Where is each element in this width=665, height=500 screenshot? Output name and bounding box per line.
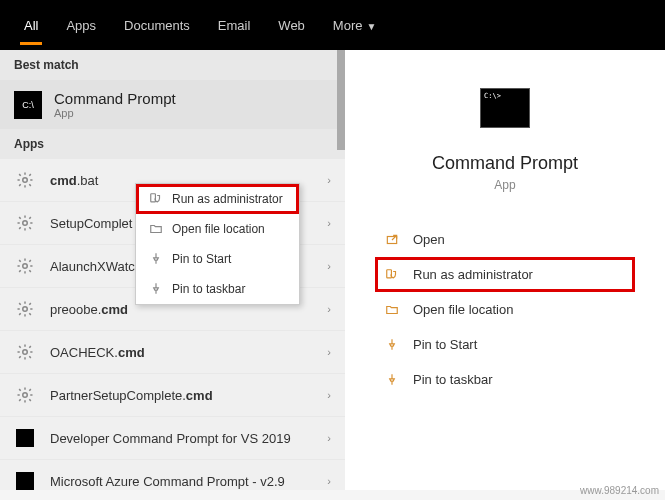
preview-app-icon [480,88,530,128]
tab-documents[interactable]: Documents [110,6,204,45]
action-label: Pin to taskbar [413,372,493,387]
pin-icon [379,373,405,387]
command-prompt-icon [14,470,36,490]
scrollbar[interactable] [337,50,345,150]
best-match-result[interactable]: C:\ Command Prompt App [0,80,345,129]
context-menu-item[interactable]: Run as administrator [136,184,299,214]
action-label: Run as administrator [413,267,533,282]
svg-point-5 [23,393,28,398]
svg-point-1 [23,221,28,226]
app-result-label: OACHECK.cmd [50,345,145,360]
best-match-subtitle: App [54,107,176,119]
pin-icon [146,282,166,296]
svg-rect-6 [151,194,156,202]
app-result-label: preoobe.cmd [50,302,128,317]
app-result-label: cmd.bat [50,173,98,188]
tab-email[interactable]: Email [204,6,265,45]
search-filter-tabs: All Apps Documents Email Web More▼ [0,0,665,50]
context-menu-label: Open file location [172,222,265,236]
chevron-right-icon: › [327,475,331,487]
action-label: Pin to Start [413,337,477,352]
pin-icon [379,338,405,352]
context-menu-item[interactable]: Open file location [136,214,299,244]
action-item[interactable]: Open [375,222,635,257]
chevron-right-icon: › [327,432,331,444]
context-menu-item[interactable]: Pin to Start [136,244,299,274]
svg-point-0 [23,178,28,183]
action-item[interactable]: Run as administrator [375,257,635,292]
app-result[interactable]: OACHECK.cmd› [0,331,345,374]
folder-icon [379,303,405,317]
settings-file-icon [14,298,36,320]
action-label: Open [413,232,445,247]
context-menu-item[interactable]: Pin to taskbar [136,274,299,304]
best-match-title: Command Prompt [54,90,176,107]
tab-web[interactable]: Web [264,6,319,45]
section-best-match: Best match [0,50,345,80]
app-result-label: Microsoft Azure Command Prompt - v2.9 [50,474,285,489]
settings-file-icon [14,212,36,234]
chevron-down-icon: ▼ [366,21,376,32]
watermark: www.989214.com [580,485,659,496]
settings-file-icon [14,341,36,363]
results-panel: Best match C:\ Command Prompt App Apps c… [0,50,345,490]
app-result-label: SetupComplet [50,216,132,231]
svg-rect-8 [387,269,392,277]
app-result[interactable]: Microsoft Azure Command Prompt - v2.9› [0,460,345,490]
open-icon [379,233,405,247]
app-result[interactable]: PartnerSetupComplete.cmd› [0,374,345,417]
app-result-label: Developer Command Prompt for VS 2019 [50,431,291,446]
pin-icon [146,252,166,266]
settings-file-icon [14,384,36,406]
settings-file-icon [14,255,36,277]
folder-icon [146,222,166,236]
preview-title: Command Prompt [432,153,578,174]
tab-apps[interactable]: Apps [52,6,110,45]
tab-more[interactable]: More▼ [319,6,391,45]
settings-file-icon [14,169,36,191]
chevron-right-icon: › [327,303,331,315]
svg-point-2 [23,264,28,269]
preview-panel: Command Prompt App OpenRun as administra… [345,50,665,490]
context-menu: Run as administratorOpen file locationPi… [135,183,300,305]
chevron-right-icon: › [327,217,331,229]
command-prompt-icon [14,427,36,449]
chevron-right-icon: › [327,389,331,401]
shield-icon [146,192,166,206]
context-menu-label: Run as administrator [172,192,283,206]
chevron-right-icon: › [327,174,331,186]
context-menu-label: Pin to Start [172,252,231,266]
svg-point-4 [23,350,28,355]
tab-all[interactable]: All [10,6,52,45]
action-item[interactable]: Pin to taskbar [375,362,635,397]
context-menu-label: Pin to taskbar [172,282,245,296]
app-result[interactable]: Developer Command Prompt for VS 2019› [0,417,345,460]
svg-point-3 [23,307,28,312]
chevron-right-icon: › [327,346,331,358]
action-item[interactable]: Pin to Start [375,327,635,362]
shield-icon [379,268,405,282]
action-item[interactable]: Open file location [375,292,635,327]
app-result-label: PartnerSetupComplete.cmd [50,388,213,403]
command-prompt-icon: C:\ [14,91,42,119]
preview-subtitle: App [494,178,515,192]
chevron-right-icon: › [327,260,331,272]
action-label: Open file location [413,302,513,317]
section-apps: Apps [0,129,345,159]
